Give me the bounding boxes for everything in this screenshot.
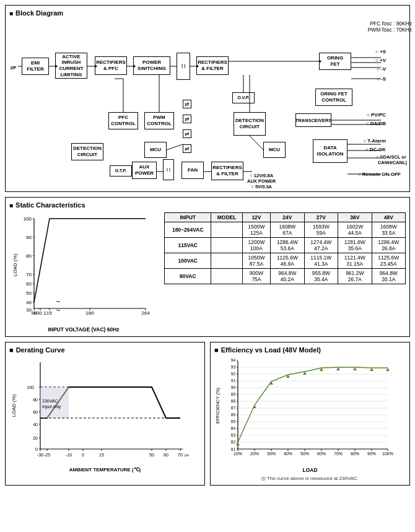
derating-xlabel: AMBIENT TEMPERATURE (℃) <box>9 467 201 473</box>
otp-box: O.T.P. <box>110 165 132 177</box>
svg-text:Input only: Input only <box>42 404 61 409</box>
table-model-cell <box>211 238 242 253</box>
table-value-cell: 1608W 33.5A <box>372 222 406 238</box>
static-char-section: Static Characteristics 100 90 80 70 60 <box>5 197 410 337</box>
derating-title: Derating Curve <box>9 346 201 354</box>
derating-svg: LOAD (%) 0 20 40 60 80 100 -30 -25 -10 0 <box>9 356 189 464</box>
svg-text:92: 92 <box>231 372 236 376</box>
pfc-note: PFC fosc : 90KHzPWM fosc : 70KHz <box>368 20 412 33</box>
detection-circuit-left-box: DETECTIONCIRCUIT <box>71 143 103 160</box>
table-value-cell: 1593W 59A <box>304 222 338 238</box>
svg-text:0: 0 <box>35 447 38 451</box>
svg-marker-163 <box>253 405 256 408</box>
svg-text:50: 50 <box>26 290 32 296</box>
svg-text:-10: -10 <box>66 453 72 457</box>
block-diagram-canvas: PFC fosc : 90KHzPWM fosc : 70KHz I/P EMI… <box>9 20 412 188</box>
efficiency-area: Efficiency vs Load (48V Model) EFFICIENC… <box>210 342 410 486</box>
bottom-section: Derating Curve LOAD (%) 0 20 40 60 80 10… <box>5 342 410 486</box>
table-row-label: 180~264VAC <box>165 222 211 238</box>
ip-label: I/P <box>11 65 16 71</box>
table-48v-col: 48V <box>372 213 406 222</box>
t-alarm-label: ○ T-Alarm <box>363 138 386 144</box>
svg-text:60%: 60% <box>317 451 326 456</box>
graph-xlabel: INPUT VOLTAGE (VAC) 60Hz <box>9 326 158 333</box>
svg-text:90%: 90% <box>367 451 376 456</box>
minus-v-label: ○ -V <box>377 66 386 72</box>
svg-text:-25: -25 <box>44 453 50 457</box>
svg-text:~: ~ <box>56 297 60 306</box>
svg-text:180: 180 <box>85 310 94 316</box>
static-inner: 100 90 80 70 60 50 40 30 LOAD (%) <box>9 212 406 333</box>
svg-text:LOAD (%): LOAD (%) <box>11 394 17 417</box>
svg-text:87: 87 <box>231 406 236 410</box>
table-value-cell: 964.8W 40.2A <box>271 269 304 284</box>
svg-text:100: 100 <box>33 310 42 316</box>
detection-circuit-center-box: DETECTIONCIRCUIT <box>234 112 266 136</box>
svg-text:230VAC: 230VAC <box>42 399 58 403</box>
switch1: ⇌ <box>183 100 191 108</box>
svg-text:20%: 20% <box>250 451 259 456</box>
table-model-col: MODEL <box>211 213 242 222</box>
svg-text:60: 60 <box>33 410 38 414</box>
svg-text:70: 70 <box>178 453 183 457</box>
table-value-cell: 1200W 100A <box>242 238 270 253</box>
svg-text:82: 82 <box>231 440 236 444</box>
table-12v-col: 12V <box>242 213 270 222</box>
block-diagram-title: Block Diagram <box>9 9 406 17</box>
svg-text:0: 0 <box>82 453 84 457</box>
svg-text:85: 85 <box>231 419 236 424</box>
svg-text:60: 60 <box>26 281 32 287</box>
rect-filter-top-box: RECTIFIERS& FILTER <box>196 56 229 75</box>
svg-text:80: 80 <box>33 398 38 402</box>
power-switching-box: POWERSWITCHING <box>133 56 170 75</box>
svg-text:264: 264 <box>141 310 150 316</box>
table-value-cell: 1274.4W 47.2A <box>304 238 338 253</box>
svg-text:EFFICIENCY (%): EFFICIENCY (%) <box>215 387 221 424</box>
svg-text:86: 86 <box>231 412 236 417</box>
svg-text:100: 100 <box>24 216 32 222</box>
table-row-label: 115VAC <box>165 238 211 253</box>
sda-scl-label: ○ SDA/SCL or CANH/CANL) <box>375 154 407 165</box>
table-value-cell: 1281.6W 35.6A <box>338 238 372 253</box>
svg-text:84: 84 <box>231 426 236 430</box>
pfc-control-box: PFCCONTROL <box>108 112 138 129</box>
svg-marker-162 <box>236 442 240 445</box>
svg-text:90: 90 <box>231 385 236 390</box>
emi-filter-box: EMIFILTER <box>22 58 49 75</box>
svg-text:88: 88 <box>231 399 236 403</box>
svg-text:40: 40 <box>33 422 38 427</box>
svg-text:100: 100 <box>27 385 34 390</box>
plus-v-label: ○ +V <box>375 58 386 63</box>
svg-text:80%: 80% <box>351 451 359 456</box>
table-value-cell: 1286.4W 53.6A <box>271 238 304 253</box>
load-graph-svg: 100 90 80 70 60 50 40 30 LOAD (%) <box>9 212 152 324</box>
pv-pc-label: ○ PV/PC <box>367 112 386 118</box>
svg-text:115: 115 <box>43 310 52 316</box>
switch4: ⇌ <box>183 144 191 153</box>
svg-text:89: 89 <box>231 392 236 396</box>
svg-text:93: 93 <box>231 365 236 369</box>
minus-s-label: ○ -S <box>377 76 386 82</box>
transceivers-box: TRANSCEIVERS <box>295 113 331 127</box>
svg-text:70%: 70% <box>334 451 343 456</box>
svg-text:70: 70 <box>26 272 32 277</box>
12v-label: ○ 12V/0.8AAUX POWER○ 5V/0.3A <box>247 173 276 190</box>
svg-text:60: 60 <box>164 453 168 457</box>
load-graph-area: 100 90 80 70 60 50 40 30 LOAD (%) <box>9 212 158 333</box>
mcu-left-box: MCU <box>144 142 167 158</box>
svg-text:(HORIZONTAL): (HORIZONTAL) <box>185 453 189 457</box>
table-value-cell: 1125.6W 46.9A <box>271 253 304 269</box>
switch2: ⇌ <box>183 115 191 123</box>
rect-pfc-box: RECTIFIERS& PFC <box>95 56 127 75</box>
switch3: ⇌ <box>183 129 191 138</box>
data-isolation-box: DATAISOLATION <box>313 139 347 163</box>
transformer-symbol: ⌇⌇ <box>177 53 190 80</box>
svg-text:81: 81 <box>231 447 236 451</box>
efficiency-title: Efficiency vs Load (48V Model) <box>214 346 406 354</box>
mcu-right-box: MCU <box>263 142 286 158</box>
oring-fet-box: ORINGFET <box>319 53 351 70</box>
table-row-label: 100VAC <box>165 253 211 269</box>
static-char-title: Static Characteristics <box>9 201 406 209</box>
table-value-cell: 1115.1W 41.3A <box>304 253 338 269</box>
table-value-cell: 955.8W 35.4A <box>304 269 338 284</box>
